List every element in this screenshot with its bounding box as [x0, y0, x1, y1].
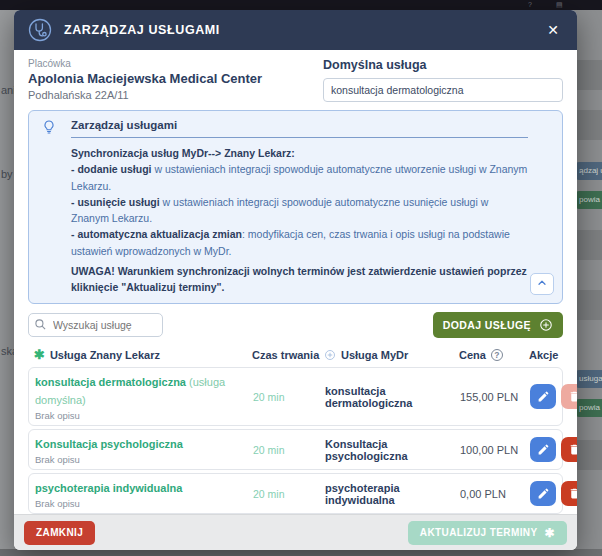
help-icon: ? — [528, 1, 532, 8]
background-notify-button: powia — [576, 191, 602, 209]
service-description: Brak opisu — [35, 498, 253, 509]
trash-icon — [568, 443, 578, 456]
info-warning: UWAGA! Warunkiem synchronizacji wolnych … — [71, 264, 528, 296]
default-service-label: Domyślna usługa — [323, 58, 563, 72]
znanylekarz-star-icon: ✱ — [34, 348, 45, 361]
table-header: ✱ Usługa Znany Lekarz Czas trwania Usług… — [28, 346, 563, 367]
search-icon — [34, 318, 47, 331]
column-header-service-mydr: Usługa MyDr — [341, 349, 408, 361]
facility-address: Podhalańska 22A/11 — [28, 89, 262, 101]
service-description: Brak opisu — [35, 454, 253, 465]
column-header-service-zl: Usługa Znany Lekarz — [50, 349, 160, 361]
close-icon[interactable]: ✕ — [543, 20, 563, 40]
default-service-block: Domyślna usługa — [323, 58, 563, 102]
search-box — [28, 313, 163, 337]
service-duration: 20 min — [253, 444, 325, 456]
service-mydr-name: konsultacja dermatologiczna — [325, 385, 460, 409]
search-input[interactable] — [28, 313, 163, 337]
modal-footer: ZAMKNIJ AKTUALIZUJ TERMINY ✱ — [14, 514, 577, 550]
modal-body: Placówka Apolonia Maciejewska Medical Ce… — [14, 50, 577, 514]
info-sync-heading: Synchronizacja usług MyDr--> Znany Lekar… — [71, 147, 295, 159]
pencil-icon — [537, 443, 550, 456]
menu-icon: ▤ — [556, 1, 563, 9]
service-price: 0,00 PLN — [460, 488, 530, 500]
stethoscope-icon — [28, 18, 52, 42]
background-text-fragment: by — [1, 168, 13, 180]
service-name: psychoterapia indywidualna — [35, 482, 182, 494]
info-line: - automatyczna aktualizacja zmian: modyf… — [71, 226, 528, 259]
service-name: Konsultacja psychologiczna — [35, 438, 183, 450]
background-service-button: usługa — [576, 370, 602, 388]
price-help-icon[interactable]: ? — [491, 349, 503, 361]
modal-header: ZARZĄDZAJ USŁUGAMI ✕ — [14, 10, 577, 50]
collapse-info-button[interactable] — [530, 273, 554, 295]
service-mydr-name: Konsultacja psychologiczna — [325, 438, 460, 462]
background-shadow — [0, 549, 602, 556]
pencil-icon — [537, 487, 550, 500]
service-price: 155,00 PLN — [460, 391, 530, 403]
add-service-button[interactable]: DODAJ USŁUGĘ — [433, 312, 563, 338]
info-line: - dodanie usługi w ustawieniach integrac… — [71, 161, 528, 194]
pencil-icon — [537, 390, 550, 403]
info-box: Zarządzaj usługami Synchronizacja usług … — [28, 110, 563, 304]
background-manage-button: ądzaj u — [576, 162, 602, 180]
app-topbar: ? ▤ — [0, 0, 602, 10]
column-header-price: Cena — [459, 349, 486, 361]
update-terms-button[interactable]: AKTUALIZUJ TERMINY ✱ — [408, 521, 567, 545]
column-header-duration: Czas trwania — [252, 349, 324, 361]
edit-service-button[interactable] — [530, 481, 556, 506]
service-duration: 20 min — [253, 391, 325, 403]
info-line: - usunięcie usługi w ustawieniach integr… — [71, 194, 528, 227]
facility-label: Placówka — [28, 58, 262, 69]
edit-service-button[interactable] — [530, 437, 556, 462]
manage-services-modal: ZARZĄDZAJ USŁUGAMI ✕ Placówka Apolonia M… — [14, 10, 577, 550]
facility-block: Placówka Apolonia Maciejewska Medical Ce… — [28, 58, 262, 102]
plus-circle-icon — [539, 318, 553, 332]
edit-service-button[interactable] — [530, 384, 556, 409]
service-duration: 20 min — [253, 488, 325, 500]
trash-icon — [568, 487, 578, 500]
column-header-actions: Akcje — [529, 349, 558, 361]
service-description: Brak opisu — [35, 410, 253, 421]
znanylekarz-star-icon: ✱ — [545, 526, 555, 540]
chevron-up-icon — [536, 277, 548, 292]
background-notify-button: powia — [576, 399, 602, 417]
close-modal-button[interactable]: ZAMKNIJ — [24, 521, 95, 545]
default-service-input[interactable] — [323, 78, 563, 102]
delete-service-button[interactable] — [561, 384, 577, 409]
modal-title: ZARZĄDZAJ USŁUGAMI — [64, 23, 543, 37]
trash-icon — [568, 390, 578, 403]
info-box-title: Zarządzaj usługami — [71, 119, 528, 138]
services-table: konsultacja dermatologiczna (usługa domy… — [28, 367, 563, 514]
mydr-badge-icon — [324, 349, 336, 361]
service-price: 100,00 PLN — [460, 444, 530, 456]
service-mydr-name: psychoterapia indywidualna — [325, 482, 460, 506]
delete-service-button[interactable] — [561, 481, 577, 506]
table-row: konsultacja dermatologiczna (usługa domy… — [28, 367, 563, 426]
table-row: Konsultacja psychologiczna Brak opisu 20… — [28, 429, 563, 470]
delete-service-button[interactable] — [561, 437, 577, 462]
service-name: konsultacja dermatologiczna — [35, 376, 186, 388]
table-row: psychoterapia indywidualna Brak opisu 20… — [28, 473, 563, 514]
facility-name: Apolonia Maciejewska Medical Center — [28, 71, 262, 86]
lightbulb-icon — [41, 119, 57, 135]
